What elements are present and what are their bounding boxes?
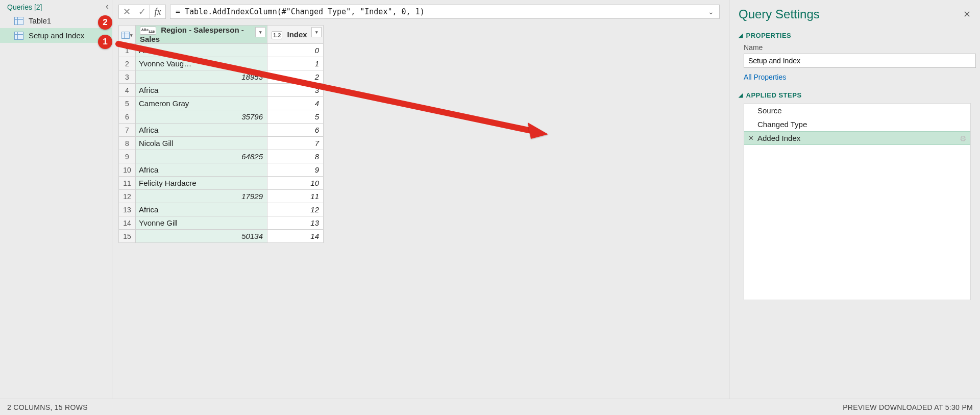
table-row[interactable]: 5Cameron Gray4 [119, 97, 324, 110]
region-cell[interactable]: Africa [136, 84, 267, 97]
row-number: 3 [119, 70, 136, 84]
queries-panel: Queries [2] ‹ Table1Setup and Index [0, 0, 112, 399]
formula-expand-icon[interactable]: ⌄ [708, 8, 714, 16]
status-bar: 2 COLUMNS, 15 ROWS PREVIEW DOWNLOADED AT… [0, 399, 980, 415]
all-properties-link[interactable]: All Properties [744, 73, 786, 81]
annotation-badge-1: 1 [98, 35, 112, 49]
region-cell[interactable]: Nicola Gill [136, 137, 267, 150]
check-icon: ✓ [138, 6, 146, 17]
gear-icon[interactable]: ⚙ [960, 134, 966, 143]
fx-button[interactable]: fx [150, 5, 166, 19]
index-cell[interactable]: 7 [267, 137, 324, 150]
region-cell[interactable]: 35796 [136, 110, 267, 124]
table-icon [121, 32, 130, 39]
close-settings-button[interactable]: ✕ [963, 9, 971, 20]
table-row[interactable]: 121792911 [119, 190, 324, 203]
index-cell[interactable]: 14 [267, 230, 324, 243]
table-icon [14, 32, 23, 40]
status-left: 2 COLUMNS, 15 ROWS [7, 403, 88, 411]
index-cell[interactable]: 12 [267, 203, 324, 216]
index-cell[interactable]: 1 [267, 57, 324, 70]
queries-header: Queries [2] [0, 0, 112, 13]
applied-steps-list: SourceChanged Type✕Added Index⚙ [744, 103, 971, 300]
region-cell[interactable]: Africa [136, 203, 267, 216]
index-cell[interactable]: 2 [267, 70, 324, 84]
applied-step[interactable]: ✕Added Index⚙ [744, 131, 970, 145]
table-row[interactable]: 1Africa0 [119, 44, 324, 57]
properties-section-header[interactable]: ◢ PROPERTIES [739, 32, 971, 39]
type-badge-abc123: ᴬᴮᶜ₁₂₃ [140, 27, 156, 35]
region-cell[interactable]: 18953 [136, 70, 267, 84]
index-cell[interactable]: 8 [267, 150, 324, 163]
row-number: 2 [119, 57, 136, 70]
table-row[interactable]: 11Felicity Hardacre10 [119, 177, 324, 190]
region-cell[interactable]: Africa [136, 44, 267, 57]
index-cell[interactable]: 5 [267, 110, 324, 124]
table-row[interactable]: 8Nicola Gill7 [119, 137, 324, 150]
query-item-label: Setup and Index [29, 31, 84, 40]
query-settings-title: Query Settings [739, 7, 820, 21]
step-label: Source [757, 106, 782, 115]
index-cell[interactable]: 0 [267, 44, 324, 57]
row-number: 7 [119, 124, 136, 137]
column-header-region[interactable]: ᴬᴮᶜ₁₂₃ Region - Salesperson - Sales ▾ [136, 26, 267, 44]
query-item[interactable]: Table1 [0, 13, 112, 28]
collapse-queries-chevron-icon[interactable]: ‹ [106, 1, 109, 12]
dropdown-icon: ▾ [130, 33, 133, 38]
index-cell[interactable]: 6 [267, 124, 324, 137]
region-cell[interactable]: Yvonne Gill [136, 216, 267, 230]
applied-steps-section-header[interactable]: ◢ APPLIED STEPS [739, 91, 971, 99]
region-cell[interactable]: 64825 [136, 150, 267, 163]
table-row[interactable]: 2Yvonne Vaug…1 [119, 57, 324, 70]
formula-cancel-button[interactable]: ✕ [118, 5, 134, 19]
index-cell[interactable]: 9 [267, 163, 324, 177]
query-item-label: Table1 [29, 16, 51, 25]
region-cell[interactable]: 17929 [136, 190, 267, 203]
center-area: ✕ ✓ fx = Table.AddIndexColumn(#"Changed … [112, 0, 729, 399]
fx-icon: fx [155, 7, 161, 17]
applied-step[interactable]: Source [744, 104, 970, 117]
column-header-index[interactable]: 1.2 Index ▾ [267, 26, 324, 44]
region-cell[interactable]: Felicity Hardacre [136, 177, 267, 190]
table-wrap: ▾ ᴬᴮᶜ₁₂₃ Region - Salesperson - Sales ▾ … [112, 22, 729, 243]
delete-step-icon[interactable]: ✕ [748, 134, 754, 142]
index-cell[interactable]: 11 [267, 190, 324, 203]
collapse-icon: ◢ [739, 32, 743, 39]
region-cell[interactable]: 50134 [136, 230, 267, 243]
table-row[interactable]: 4Africa3 [119, 84, 324, 97]
row-number: 13 [119, 203, 136, 216]
row-number: 9 [119, 150, 136, 163]
filter-button-index[interactable]: ▾ [311, 27, 322, 37]
row-number: 11 [119, 177, 136, 190]
region-cell[interactable]: Cameron Gray [136, 97, 267, 110]
filter-button-region[interactable]: ▾ [255, 27, 265, 37]
collapse-icon: ◢ [739, 92, 743, 99]
region-cell[interactable]: Yvonne Vaug… [136, 57, 267, 70]
row-number: 5 [119, 97, 136, 110]
index-cell[interactable]: 4 [267, 97, 324, 110]
table-row[interactable]: 10Africa9 [119, 163, 324, 177]
index-cell[interactable]: 13 [267, 216, 324, 230]
table-row[interactable]: 3189532 [119, 70, 324, 84]
table-row[interactable]: 14Yvonne Gill13 [119, 216, 324, 230]
formula-commit-button[interactable]: ✓ [134, 5, 150, 19]
formula-input[interactable]: = Table.AddIndexColumn(#"Changed Type", … [170, 5, 720, 19]
formula-text: = Table.AddIndexColumn(#"Changed Type", … [176, 7, 425, 16]
row-number: 10 [119, 163, 136, 177]
table-row[interactable]: 9648258 [119, 150, 324, 163]
region-cell[interactable]: Africa [136, 163, 267, 177]
index-cell[interactable]: 10 [267, 177, 324, 190]
index-cell[interactable]: 3 [267, 84, 324, 97]
applied-step[interactable]: Changed Type [744, 117, 970, 131]
table-row[interactable]: 6357965 [119, 110, 324, 124]
table-row[interactable]: 13Africa12 [119, 203, 324, 216]
table-corner-menu[interactable]: ▾ [119, 26, 136, 44]
table-row[interactable]: 7Africa6 [119, 124, 324, 137]
query-name-input[interactable] [744, 54, 976, 68]
annotation-badge-2: 2 [98, 15, 112, 30]
region-cell[interactable]: Africa [136, 124, 267, 137]
data-table: ▾ ᴬᴮᶜ₁₂₃ Region - Salesperson - Sales ▾ … [118, 25, 324, 243]
row-number: 12 [119, 190, 136, 203]
query-item[interactable]: Setup and Index [0, 28, 112, 43]
table-row[interactable]: 155013414 [119, 230, 324, 243]
